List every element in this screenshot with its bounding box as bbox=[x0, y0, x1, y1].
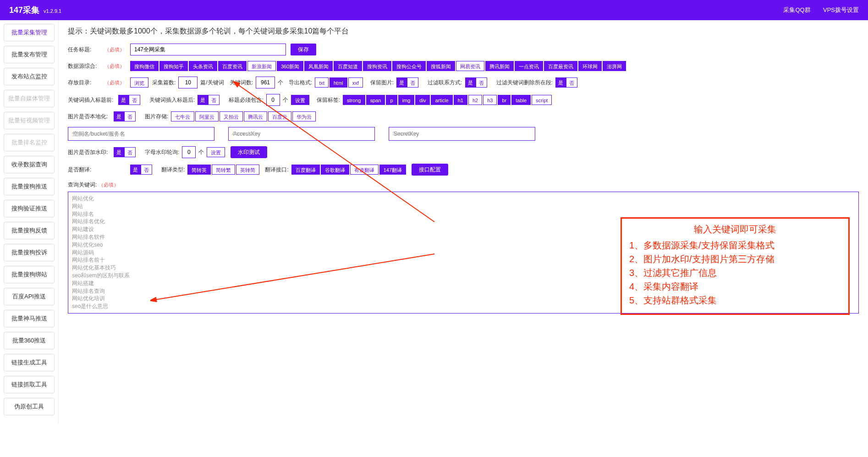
oss-space-prefix: 空间名 bbox=[71, 131, 87, 138]
keep-tag-4[interactable]: div bbox=[415, 95, 430, 105]
source-tag-16[interactable]: 澎湃网 bbox=[603, 61, 626, 71]
sources-label: 数据源综合: bbox=[68, 62, 104, 70]
keep-tag-5[interactable]: article bbox=[431, 95, 452, 105]
cloud-tag-5[interactable]: 华为云 bbox=[292, 111, 316, 121]
source-tag-11[interactable]: 网易资讯 bbox=[456, 61, 484, 71]
sidebar-item-8[interactable]: 搜狗验证推送 bbox=[4, 200, 55, 217]
title-must-set-btn[interactable]: 设置 bbox=[291, 95, 309, 105]
save-button[interactable]: 保存 bbox=[291, 44, 316, 55]
source-tag-14[interactable]: 百度最资讯 bbox=[544, 61, 577, 71]
source-tag-4[interactable]: 新浪新闻 bbox=[247, 61, 276, 71]
trans-type-tag-2[interactable]: 英转简 bbox=[236, 165, 259, 175]
format-tag-1[interactable]: html bbox=[330, 77, 347, 88]
oss-sk-prefix: SecretKey bbox=[392, 131, 416, 136]
annotation-box: 输入关键词即可采集 1、多数据源采集/支持保留采集格式 2、图片加水印/支持图片… bbox=[621, 217, 850, 315]
sidebar-item-2[interactable]: 发布站点监控 bbox=[4, 68, 55, 85]
annotation-line: 4、采集内容翻译 bbox=[629, 280, 841, 293]
sidebar-item-9[interactable]: 批量搜狗反馈 bbox=[4, 222, 55, 239]
keyword-line: 网站排名 bbox=[72, 210, 855, 218]
keep-tag-10[interactable]: table bbox=[511, 95, 531, 105]
wm-turn-input[interactable] bbox=[182, 146, 196, 158]
cloud-tag-1[interactable]: 阿里云 bbox=[195, 111, 219, 121]
keep-tag-7[interactable]: h2 bbox=[468, 95, 482, 105]
keep-tag-3[interactable]: img bbox=[398, 95, 415, 105]
kw-after-toggle[interactable]: 是否 bbox=[198, 95, 220, 105]
source-tag-5[interactable]: 360新闻 bbox=[277, 61, 303, 71]
wm-turn-set-btn[interactable]: 设置 bbox=[207, 147, 225, 157]
sidebar-item-13[interactable]: 批量神马推送 bbox=[4, 310, 55, 327]
filter-kw-del-toggle[interactable]: 是否 bbox=[555, 77, 577, 88]
browse-button[interactable]: 浏览 bbox=[130, 77, 148, 88]
sidebar-item-17[interactable]: 伪原创工具 bbox=[4, 398, 55, 415]
sidebar-item-12[interactable]: 百度API推送 bbox=[4, 288, 55, 305]
wm-toggle[interactable]: 是否 bbox=[114, 147, 136, 157]
sidebar-item-4: 批量短视频管理 bbox=[4, 112, 55, 129]
task-title-input[interactable] bbox=[130, 44, 286, 55]
keep-img-label: 保留图片: bbox=[370, 79, 394, 87]
api-config-button[interactable]: 接口配置 bbox=[412, 164, 448, 176]
filter-kw-del-label: 过滤关键词删除所在段: bbox=[496, 79, 553, 87]
keep-tag-11[interactable]: script bbox=[532, 95, 552, 105]
filter-contact-toggle[interactable]: 是否 bbox=[465, 77, 487, 88]
sidebar-item-15[interactable]: 链接生成工具 bbox=[4, 354, 55, 371]
source-tag-15[interactable]: 环球网 bbox=[578, 61, 602, 71]
keep-tag-0[interactable]: strong bbox=[343, 95, 365, 105]
sidebar-item-0[interactable]: 批量采集管理 bbox=[4, 24, 55, 41]
source-tag-9[interactable]: 搜狗公众号 bbox=[392, 61, 426, 71]
source-tag-2[interactable]: 头条资讯 bbox=[189, 61, 217, 71]
link-qq-group[interactable]: 采集QQ群 bbox=[783, 6, 810, 13]
sidebar-item-11[interactable]: 批量搜狗绑站 bbox=[4, 266, 55, 283]
trans-api-tag-3[interactable]: 147翻译 bbox=[379, 165, 406, 175]
source-tag-7[interactable]: 百度知道 bbox=[334, 61, 362, 71]
count-input[interactable] bbox=[178, 77, 198, 88]
keep-tag-1[interactable]: span bbox=[366, 95, 385, 105]
source-tag-8[interactable]: 搜狗资讯 bbox=[363, 61, 391, 71]
title-must-input[interactable] bbox=[266, 94, 280, 106]
sidebar-item-6[interactable]: 收录数据查询 bbox=[4, 156, 55, 173]
trans-api-tag-1[interactable]: 谷歌翻译 bbox=[321, 165, 349, 175]
trans-type-tag-1[interactable]: 简转繁 bbox=[212, 165, 235, 175]
kw-before-toggle[interactable]: 是否 bbox=[118, 95, 140, 105]
wm-turn-unit: 个 bbox=[198, 149, 204, 156]
source-tag-10[interactable]: 搜狐新闻 bbox=[427, 61, 455, 71]
sidebar-item-14[interactable]: 批量360推送 bbox=[4, 332, 55, 349]
keep-tag-6[interactable]: h1 bbox=[454, 95, 467, 105]
sidebar-item-16[interactable]: 链接抓取工具 bbox=[4, 376, 55, 393]
trans-api-tag-2[interactable]: 有道翻译 bbox=[350, 165, 379, 175]
sidebar-item-1[interactable]: 批量发布管理 bbox=[4, 46, 55, 63]
keep-tag-8[interactable]: h3 bbox=[483, 95, 497, 105]
img-local-toggle[interactable]: 是否 bbox=[114, 111, 136, 121]
cloud-tag-2[interactable]: 又拍云 bbox=[220, 111, 243, 121]
trans-type-tag-0[interactable]: 简转英 bbox=[187, 165, 211, 175]
cloud-tag-0[interactable]: 七牛云 bbox=[171, 111, 194, 121]
kw-count-input[interactable] bbox=[256, 77, 275, 88]
link-vps-dial[interactable]: VPS拨号设置 bbox=[823, 6, 859, 13]
sources-req: （必填） bbox=[104, 63, 125, 70]
trans-label: 是否翻译: bbox=[68, 166, 104, 174]
keep-img-toggle[interactable]: 是否 bbox=[396, 77, 418, 88]
filter-contact-label: 过滤联系方式: bbox=[428, 79, 462, 87]
row-watermark: 图片是否加水印: 是否 字母水印轮询: 个 设置 水印测试 bbox=[68, 146, 859, 158]
format-tag-0[interactable]: txt bbox=[315, 77, 329, 88]
trans-api-tag-0[interactable]: 百度翻译 bbox=[291, 165, 320, 175]
annotation-line: 5、支持站群格式采集 bbox=[629, 293, 841, 307]
source-tag-12[interactable]: 腾讯新闻 bbox=[485, 61, 514, 71]
count-unit: 篇/关键词 bbox=[200, 79, 224, 87]
wm-test-button[interactable]: 水印测试 bbox=[231, 146, 267, 158]
trans-toggle[interactable]: 是否 bbox=[130, 165, 152, 175]
source-tag-1[interactable]: 搜狗知乎 bbox=[159, 61, 188, 71]
row-translate: 是否翻译: 是否 翻译类型: 简转英简转繁英转简 翻译接口: 百度翻译谷歌翻译有… bbox=[68, 164, 859, 176]
source-tag-0[interactable]: 搜狗微信 bbox=[130, 61, 159, 71]
keep-tag-9[interactable]: br bbox=[498, 95, 511, 105]
keep-tag-2[interactable]: p bbox=[386, 95, 397, 105]
cloud-tag-4[interactable]: 百度云 bbox=[268, 111, 291, 121]
oss-space-input[interactable] bbox=[68, 127, 214, 141]
sidebar-item-7[interactable]: 批量搜狗推送 bbox=[4, 178, 55, 195]
app-header: 147采集 v1.2.9.1 采集QQ群 VPS拨号设置 bbox=[0, 0, 868, 20]
source-tag-6[interactable]: 凤凰新闻 bbox=[304, 61, 333, 71]
source-tag-3[interactable]: 百度资讯 bbox=[218, 61, 247, 71]
source-tag-13[interactable]: 一点资讯 bbox=[515, 61, 543, 71]
cloud-tag-3[interactable]: 腾讯云 bbox=[244, 111, 267, 121]
sidebar-item-10[interactable]: 批量搜狗投诉 bbox=[4, 244, 55, 261]
format-tag-2[interactable]: xxf bbox=[348, 77, 363, 88]
